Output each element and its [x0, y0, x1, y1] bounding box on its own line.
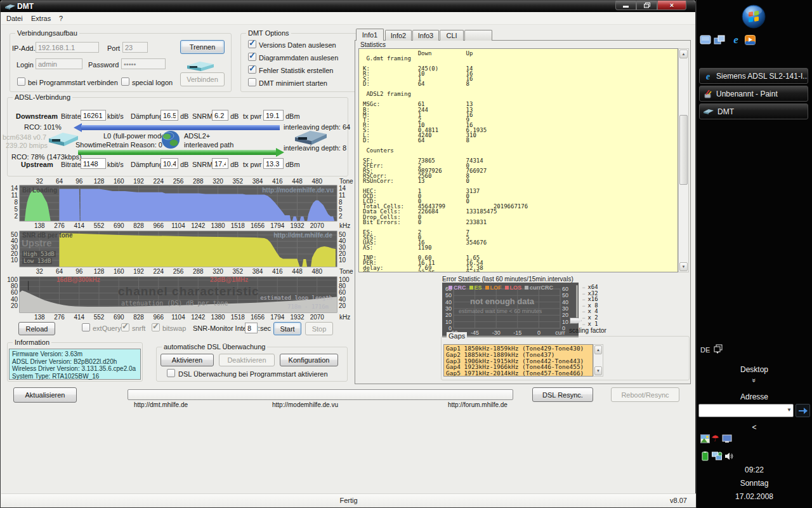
taskbar-button-siemens[interactable]: e Siemens ADSL SL2-141-I... [699, 68, 808, 84]
extquery-checkbox[interactable]: ✓ [82, 323, 90, 331]
down-snrm-input[interactable] [212, 110, 228, 121]
gap-item[interactable]: Gap5 1971kHz-2014kHz (Tone457-Tone466) [446, 370, 591, 377]
tick-label: 480 [311, 178, 322, 185]
tick-label: 1656 [251, 314, 265, 321]
minimized-checkbox[interactable]: ✓ [248, 78, 256, 86]
check-icon: ✓ [249, 64, 256, 73]
versions-checkbox[interactable]: ✓ [248, 40, 256, 48]
language-indicator[interactable]: DE [700, 346, 710, 354]
path-label: interleaved path [184, 141, 233, 149]
titlebar[interactable]: DMT × [1, 1, 695, 12]
monitor-on-start-checkbox[interactable]: ✓ [167, 369, 175, 377]
interval-input[interactable] [245, 323, 258, 333]
up-txpwr-input[interactable] [263, 158, 284, 169]
errorstat-label: Fehler Statistik erstellen [259, 67, 333, 74]
scroll-up-icon[interactable]: ▲ [679, 50, 688, 58]
dropdown-arrow-icon[interactable]: ▼ [787, 407, 792, 413]
port-input[interactable] [122, 42, 148, 53]
down-bitrate-input[interactable] [81, 110, 106, 121]
taskbar-button-dmt[interactable]: DMT [699, 104, 808, 119]
tick-label: 128 [94, 268, 105, 275]
channel-watermark: channel characteristic [118, 284, 259, 298]
special-logon-checkbox[interactable]: ✓ [121, 77, 129, 86]
snrft-label: snrft [132, 324, 145, 332]
tick-label: 20 [339, 302, 346, 309]
reboot-resync-button: Reboot/Resync [611, 387, 679, 402]
refresh-button[interactable]: Aktualisieren [13, 387, 77, 403]
start-button[interactable] [741, 4, 766, 29]
statistics-scrollbar[interactable]: ▲ ▼ [678, 48, 689, 272]
link-forum-mhilfe[interactable]: http://forum.mhilfe.de [448, 401, 508, 409]
language-bar-icon[interactable] [714, 344, 723, 353]
slider-handle[interactable] [570, 318, 582, 324]
tick-label: 11 [11, 192, 18, 199]
address-go-button[interactable] [796, 404, 810, 417]
tab-info1[interactable]: Info1 [356, 29, 384, 41]
tab-info3[interactable]: Info3 [412, 30, 439, 41]
scroll-up-icon[interactable]: ▲ [594, 345, 602, 354]
disconnect-button[interactable]: Trennen [180, 40, 225, 54]
tab-info2[interactable]: Info2 [385, 30, 412, 41]
statistics-box[interactable]: Down Up G.dmt framing K: 245(0) 14 R: 10… [358, 48, 678, 272]
dmt-window: DMT × Datei Extras ? Verbindungsaufbau I… [0, 0, 696, 508]
show-desktop-icon[interactable] [700, 35, 711, 45]
gaps-scrollbar[interactable]: ▲ ▼ [593, 344, 603, 377]
network-tray-icon[interactable] [712, 451, 723, 461]
tick-label: 2070 [310, 222, 325, 229]
expand-tray-icon[interactable]: < [697, 423, 812, 432]
loop-length-label: estimated loop length [260, 295, 332, 301]
battery-tray-icon[interactable] [701, 451, 710, 461]
bitrate-unit-d: kbit/s [107, 112, 124, 120]
txpwr-unit-d: dBm [285, 112, 300, 120]
avira-umbrella-icon[interactable]: ☂ [711, 433, 719, 443]
down-damp-input[interactable] [160, 110, 178, 121]
address-input[interactable]: ▼ [698, 404, 794, 417]
ip-input[interactable] [36, 42, 99, 53]
activate-button[interactable]: Aktivieren [160, 354, 214, 366]
menu-extras[interactable]: Extras [31, 15, 51, 22]
scroll-down-icon[interactable]: ▼ [679, 262, 688, 271]
up-damp-input[interactable] [160, 158, 178, 169]
errorstat-checkbox[interactable]: ✓ [248, 65, 256, 74]
menu-help[interactable]: ? [59, 15, 63, 22]
reload-button[interactable]: Reload [18, 322, 55, 335]
tick-label: 192 [133, 268, 144, 275]
tick-label: 414 [74, 314, 84, 321]
tick-label: 40 [445, 299, 452, 305]
tick-label: 0 [537, 330, 540, 336]
monitoring-title: automatische DSL Überwachung [162, 343, 267, 351]
minimize-button[interactable] [615, 1, 636, 10]
link-dmt-mhilfe[interactable]: http://dmt.mhilfe.de [134, 401, 188, 409]
start-button[interactable]: Start [273, 322, 301, 335]
dmt-icon [704, 109, 714, 115]
desktop-toolbar-label[interactable]: Desktop [697, 365, 812, 374]
tick-label: 14 [11, 185, 18, 192]
media-player-icon[interactable] [745, 35, 756, 45]
login-input[interactable] [36, 58, 82, 69]
up-bitrate-input[interactable] [81, 158, 106, 169]
menu-datei[interactable]: Datei [6, 15, 23, 22]
scroll-thumb[interactable] [679, 115, 688, 185]
volume-tray-icon[interactable] [724, 451, 734, 461]
taskbar-button-paint[interactable]: Unbenannt - Paint [699, 86, 808, 102]
connect-on-start-checkbox[interactable]: ✓ [17, 77, 25, 86]
password-input[interactable] [121, 58, 166, 69]
down-txpwr-input[interactable] [263, 110, 284, 121]
snrm-unit-d: dB [230, 112, 239, 120]
up-snrm-input[interactable] [212, 158, 228, 169]
configuration-button[interactable]: Konfiguration [280, 354, 338, 366]
diagram-checkbox[interactable]: ✓ [248, 53, 256, 61]
damp-unit-u: dB [180, 161, 188, 168]
internet-explorer-icon[interactable]: e [730, 34, 742, 45]
window-switcher-icon[interactable] [714, 35, 725, 45]
chevron-down-icon[interactable]: » [697, 377, 812, 384]
picture-tray-icon[interactable] [700, 434, 710, 443]
gaps-listbox[interactable]: Gap1 1850kHz-1859kHz (Tone429-Tone430)Ga… [443, 344, 593, 377]
tab-cli[interactable]: CLI [440, 30, 464, 41]
restore-button[interactable] [636, 1, 657, 10]
link-modemhilfe[interactable]: http://modemhilfe.de.vu [272, 401, 338, 409]
close-button[interactable]: × [657, 1, 686, 10]
scroll-down-icon[interactable]: ▼ [594, 366, 602, 375]
dsl-resync-button[interactable]: DSL Resync. [532, 387, 593, 402]
display-tray-icon[interactable] [722, 434, 732, 443]
